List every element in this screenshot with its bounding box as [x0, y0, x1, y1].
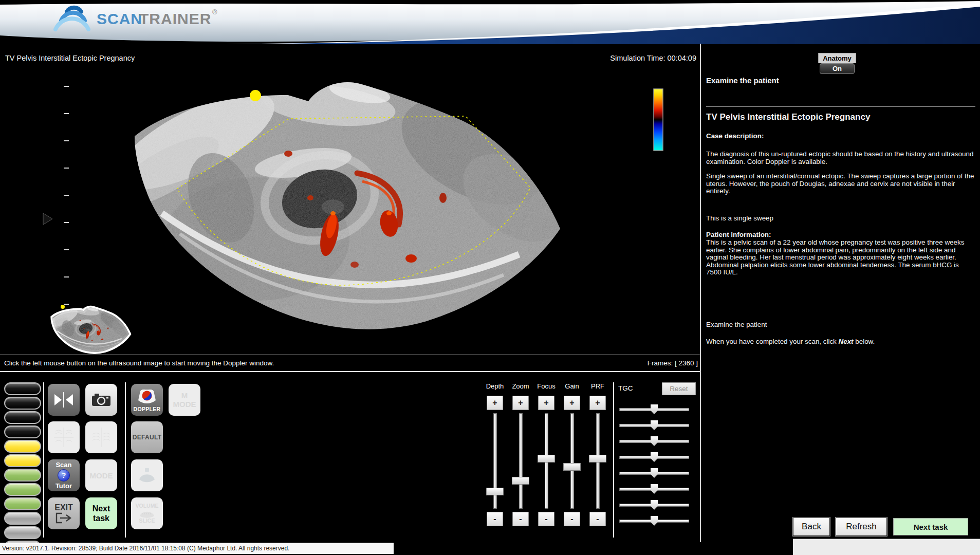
- tgc-track[interactable]: [619, 408, 689, 411]
- right-bottom-strip: [793, 539, 980, 555]
- slider-thumb[interactable]: [589, 455, 606, 462]
- tgc-track[interactable]: [619, 504, 689, 507]
- decrease-button[interactable]: -: [538, 512, 554, 526]
- tgc-slider-3: [619, 436, 696, 446]
- increase-button[interactable]: +: [564, 396, 580, 410]
- indicator-pill-green[interactable]: [4, 497, 41, 510]
- refresh-button[interactable]: Refresh: [836, 517, 887, 536]
- tgc-thumb[interactable]: [651, 436, 658, 446]
- question-mark-icon: ?: [58, 469, 70, 482]
- slider-thumb[interactable]: [512, 477, 529, 485]
- decrease-button[interactable]: -: [589, 512, 606, 526]
- m-mode-button: MMODE: [169, 384, 200, 416]
- tgc-reset-button[interactable]: Reset: [662, 382, 696, 395]
- doppler-cursor-dot[interactable]: [250, 90, 261, 101]
- slider-label: Zoom: [512, 382, 529, 393]
- depth-marker-arrow[interactable]: [43, 213, 52, 225]
- doppler-button[interactable]: DOPPLER: [131, 384, 163, 416]
- tgc-thumb[interactable]: [651, 516, 658, 526]
- panel-separator-2: [125, 382, 126, 538]
- scan-tutor-button[interactable]: Scan ? Tutor: [48, 459, 80, 491]
- tgc-slider-8: [619, 515, 696, 526]
- panel-separator-1: [43, 382, 44, 538]
- tgc-thumb[interactable]: [651, 500, 658, 510]
- header-banner: SCAN TRAINER ®: [0, 0, 980, 44]
- quad-view-button: [48, 421, 80, 453]
- slider-thumb[interactable]: [538, 455, 555, 462]
- tgc-thumb[interactable]: [651, 420, 658, 430]
- slider-track[interactable]: [519, 413, 523, 509]
- doppler-color-scale: [654, 89, 663, 151]
- tgc-track[interactable]: [619, 424, 689, 427]
- slider-track[interactable]: [570, 413, 574, 509]
- tgc-slider-1: [619, 404, 696, 414]
- tgc-track[interactable]: [619, 520, 689, 523]
- next-task-panel-button[interactable]: Nexttask: [85, 497, 117, 529]
- status-hint: Click the left mouse button on the ultra…: [4, 359, 274, 367]
- mode-button: MODE: [85, 459, 117, 491]
- snapshot-button[interactable]: [85, 384, 117, 416]
- decrease-button[interactable]: -: [487, 512, 503, 526]
- slider-track[interactable]: [545, 413, 548, 509]
- slider-track[interactable]: [493, 413, 497, 509]
- quad-view-icon: [52, 426, 75, 449]
- anatomy-on-button[interactable]: On: [820, 63, 855, 74]
- slider-depth: Depth+-: [482, 382, 508, 542]
- anatomy-toggle: Anatomy On: [818, 53, 856, 76]
- brand-scan: SCAN: [97, 10, 142, 27]
- anatomy-label: Anatomy: [818, 53, 856, 63]
- volume-slice-button: VOLUME SLICE: [131, 497, 163, 529]
- tgc-thumb[interactable]: [651, 484, 658, 494]
- probe-select-button: [131, 459, 163, 491]
- tgc-track[interactable]: [619, 440, 689, 443]
- indicator-pill-yellow[interactable]: [4, 440, 41, 453]
- patient-info-text: This is a pelvic scan of a 22 year old w…: [706, 239, 975, 276]
- default-button[interactable]: DEFAULT: [131, 421, 163, 453]
- slider-thumb[interactable]: [563, 463, 581, 471]
- panel-separator-3: [613, 382, 614, 538]
- tgc-track[interactable]: [619, 472, 689, 475]
- slider-track[interactable]: [596, 413, 600, 509]
- tgc-slider-7: [619, 499, 696, 510]
- exit-button[interactable]: EXIT: [48, 497, 80, 529]
- decrease-button[interactable]: -: [564, 512, 580, 526]
- main-right-separator: [700, 44, 701, 542]
- camera-icon: [91, 393, 111, 407]
- tgc-label: TGC: [618, 384, 633, 392]
- flip-image-button[interactable]: [48, 384, 80, 416]
- slider-thumb[interactable]: [486, 488, 504, 495]
- probe-icon: [137, 467, 157, 484]
- doppler-probe-icon: [136, 387, 158, 406]
- increase-button[interactable]: +: [512, 396, 529, 410]
- tgc-thumb[interactable]: [651, 452, 658, 462]
- ultrasound-image[interactable]: [0, 44, 701, 371]
- indicator-pill-dark[interactable]: [4, 411, 41, 424]
- slider-gain: Gain+-: [559, 382, 585, 542]
- indicator-pill-dark[interactable]: [4, 425, 41, 438]
- tgc-track[interactable]: [619, 488, 689, 491]
- slider-label: Depth: [486, 382, 504, 393]
- indicator-pill-gray[interactable]: [4, 512, 41, 525]
- tgc-thumb[interactable]: [651, 468, 658, 478]
- decrease-button[interactable]: -: [512, 512, 529, 526]
- tgc-slider-6: [619, 484, 696, 494]
- right-panel-divider: [706, 106, 975, 107]
- dual-view-icon: [90, 426, 113, 449]
- indicator-pill-green[interactable]: [4, 483, 41, 496]
- indicator-pill-yellow[interactable]: [4, 454, 41, 467]
- indicator-pill-column: [4, 382, 41, 555]
- back-button[interactable]: Back: [793, 517, 830, 536]
- indicator-pill-dark[interactable]: [4, 397, 41, 410]
- increase-button[interactable]: +: [589, 396, 606, 410]
- increase-button[interactable]: +: [538, 396, 554, 410]
- overview-thumbnail: [46, 305, 133, 354]
- tgc-track[interactable]: [619, 456, 689, 459]
- indicator-pill-gray[interactable]: [4, 526, 41, 539]
- indicator-pill-dark[interactable]: [4, 382, 41, 395]
- tgc-thumb[interactable]: [651, 404, 658, 414]
- next-task-button[interactable]: Next task: [893, 518, 968, 535]
- tgc-slider-2: [619, 420, 696, 430]
- slider-prf: PRF+-: [585, 382, 611, 542]
- increase-button[interactable]: +: [487, 396, 503, 410]
- indicator-pill-green[interactable]: [4, 469, 41, 482]
